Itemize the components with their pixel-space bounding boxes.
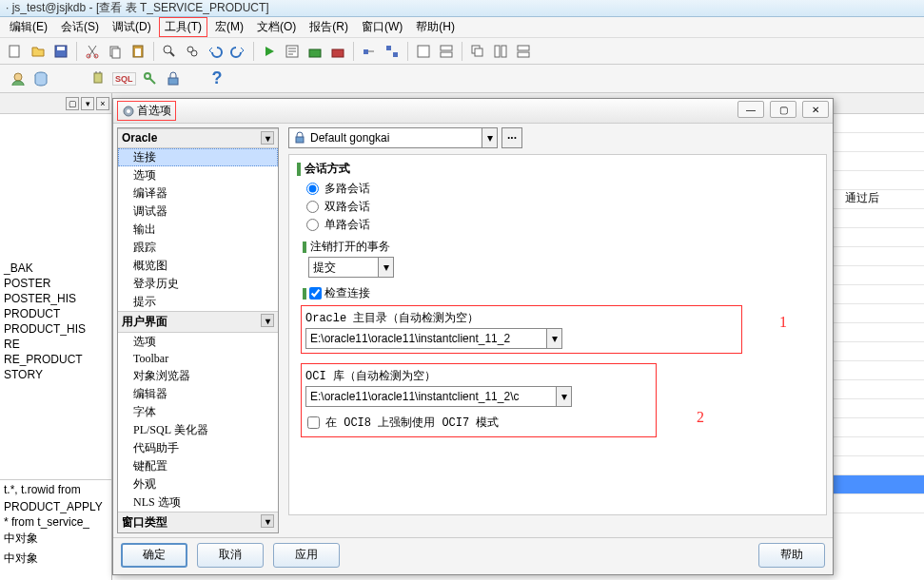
list-item[interactable]: RE (2, 337, 109, 352)
tree-item-hints[interactable]: 提示 (118, 293, 278, 311)
force-oci7-checkbox[interactable] (307, 416, 320, 429)
tree-item[interactable]: 键配置 (118, 457, 278, 475)
tree-item[interactable]: 选项 (118, 333, 278, 351)
tree-cat-window[interactable]: 窗口类型▾ (118, 512, 278, 533)
query-item[interactable]: PRODUCT_APPLY (2, 499, 109, 514)
find-icon[interactable] (160, 42, 179, 61)
redo-icon[interactable] (228, 42, 247, 61)
undo-icon[interactable] (206, 42, 225, 61)
ok-button[interactable]: 确定 (121, 543, 187, 568)
tree-item-debugger[interactable]: 调试器 (118, 203, 278, 221)
radio-single[interactable]: 单路会话 (306, 217, 818, 233)
chevron-down-icon[interactable]: ▾ (261, 514, 274, 528)
tree-item[interactable]: 对象浏览器 (118, 367, 278, 385)
tree-item[interactable]: 代码助手 (118, 439, 278, 457)
pane-pin-icon[interactable]: ▾ (81, 97, 94, 110)
query-item[interactable]: 中对象 (2, 530, 109, 548)
category-tree[interactable]: Oracle▾ 连接 选项 编译器 调试器 输出 跟踪 概览图 登录历史 提示 … (117, 127, 279, 533)
rollback-icon[interactable] (328, 42, 347, 61)
oracle-home-dropdown[interactable]: E:\oracle11\oracle11\instantclient_11_2 … (305, 328, 562, 349)
sql-icon[interactable]: SQL (112, 72, 136, 86)
close-button[interactable]: ✕ (802, 101, 829, 118)
lock-icon[interactable] (165, 70, 182, 87)
menu-session[interactable]: 会话(S) (55, 17, 105, 37)
explain-icon[interactable] (283, 42, 302, 61)
open-icon[interactable] (29, 42, 48, 61)
cascade-icon[interactable] (468, 42, 487, 61)
list-item[interactable]: POSTER_HIS (2, 291, 109, 306)
query-item[interactable]: t.*, t.rowid from (2, 482, 109, 497)
session-icon[interactable] (10, 70, 27, 87)
tree-item[interactable]: PL/SQL 美化器 (118, 421, 278, 439)
chevron-down-icon[interactable]: ▾ (378, 258, 393, 277)
menu-edit[interactable]: 编辑(E) (4, 17, 53, 37)
db-icon[interactable] (32, 70, 49, 87)
check-conn-checkbox[interactable] (309, 287, 322, 300)
list-item[interactable]: PRODUCT (2, 306, 109, 321)
step-into-icon[interactable] (383, 42, 402, 61)
tree-item-logon[interactable]: 登录历史 (118, 275, 278, 293)
help-button[interactable]: 帮助 (758, 543, 825, 568)
force-oci7-row[interactable]: 在 OCI8 上强制使用 OCI7 模式 (307, 415, 652, 431)
tree-cat-ui[interactable]: 用户界面▾ (118, 311, 278, 333)
list-item[interactable]: _BAK (2, 261, 109, 276)
tree-item-profiler[interactable]: 概览图 (118, 257, 278, 275)
query-item[interactable]: * from t_service_ (2, 514, 109, 530)
oci-lib-dropdown[interactable]: E:\oracle11\oracle11\instantclient_11_2\… (305, 386, 572, 407)
pane-close-icon[interactable]: × (96, 97, 109, 110)
radio-dual[interactable]: 双路会话 (306, 199, 818, 215)
pane-min-icon[interactable]: ▢ (66, 97, 79, 110)
tree-item[interactable]: 字体 (118, 403, 278, 421)
more-button[interactable]: ··· (501, 127, 522, 148)
cancel-button[interactable]: 取消 (197, 543, 264, 568)
chevron-down-icon[interactable]: ▾ (261, 131, 274, 145)
execute-icon[interactable] (260, 42, 279, 61)
list-item[interactable]: PRODUCT_HIS (2, 321, 109, 337)
tree-item[interactable]: 编辑器 (118, 385, 278, 403)
tile-v-icon[interactable] (514, 42, 533, 61)
tree-item-compiler[interactable]: 编译器 (118, 184, 278, 203)
menu-help[interactable]: 帮助(H) (410, 17, 461, 37)
profile-dropdown[interactable]: Default gongkai ▾ (288, 127, 498, 148)
help-icon[interactable]: ? (212, 68, 223, 88)
copy-icon[interactable] (106, 42, 125, 61)
radio-input[interactable] (306, 219, 319, 231)
window1-icon[interactable] (414, 42, 433, 61)
check-connection-row[interactable]: 检查连接 (303, 285, 818, 301)
radio-input[interactable] (306, 183, 319, 195)
apply-button[interactable]: 应用 (273, 543, 340, 568)
menu-window[interactable]: 窗口(W) (356, 17, 408, 37)
tree-item[interactable]: Toolbar (118, 351, 278, 367)
chevron-down-icon[interactable]: ▾ (482, 128, 497, 147)
maximize-button[interactable]: ▢ (770, 101, 796, 118)
object-list[interactable] (0, 114, 111, 257)
menu-debug[interactable]: 调试(D) (107, 17, 157, 37)
object-list-2[interactable]: _BAK POSTER POSTER_HIS PRODUCT PRODUCT_H… (0, 257, 111, 384)
commit-icon[interactable] (305, 42, 324, 61)
tree-item[interactable]: 外观 (118, 475, 278, 493)
menu-doc[interactable]: 文档(O) (251, 17, 302, 37)
menu-report[interactable]: 报告(R) (304, 17, 354, 37)
save-icon[interactable] (51, 42, 70, 61)
tree-item-options[interactable]: 选项 (118, 166, 278, 184)
menu-tools[interactable]: 工具(T) (159, 17, 207, 37)
tree-item[interactable]: NLS 选项 (118, 493, 278, 512)
cut-icon[interactable] (83, 42, 102, 61)
tree-item-trace[interactable]: 跟踪 (118, 239, 278, 257)
tree-item-connection[interactable]: 连接 (118, 148, 278, 166)
menu-macro[interactable]: 宏(M) (209, 17, 249, 37)
query-item[interactable]: 中对象 (2, 550, 109, 568)
replace-icon[interactable] (183, 42, 202, 61)
chevron-down-icon[interactable]: ▾ (556, 387, 571, 406)
tree-cat-oracle[interactable]: Oracle▾ (118, 128, 278, 148)
tile-h-icon[interactable] (491, 42, 510, 61)
window2-icon[interactable] (437, 42, 456, 61)
list-item[interactable]: STORY (2, 367, 109, 382)
paste-icon[interactable] (128, 42, 147, 61)
step-icon[interactable] (360, 42, 379, 61)
new-icon[interactable] (6, 42, 25, 61)
radio-input[interactable] (306, 201, 319, 213)
list-item[interactable]: RE_PRODUCT (2, 352, 109, 367)
dialog-titlebar[interactable]: 首选项 — ▢ ✕ (113, 99, 833, 124)
list-item[interactable]: POSTER (2, 276, 109, 291)
